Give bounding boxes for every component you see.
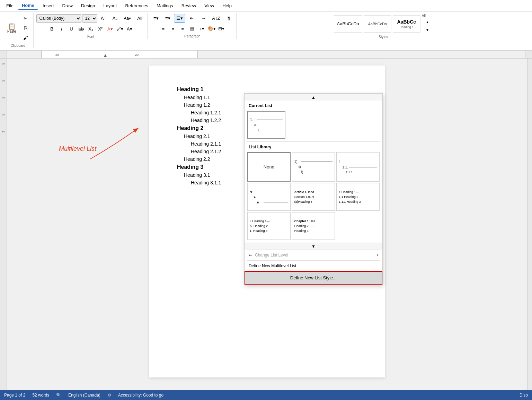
menu-mailings[interactable]: Mailings bbox=[153, 2, 177, 10]
change-case-button[interactable]: Aa▾ bbox=[122, 14, 134, 23]
underline-button[interactable]: U bbox=[67, 24, 76, 33]
dropdown-scroll-up[interactable]: ▲ bbox=[245, 94, 382, 101]
list-option-none[interactable]: None bbox=[247, 152, 291, 182]
numbering-button[interactable]: ≡▾ bbox=[162, 14, 173, 23]
word-count: 52 words bbox=[32, 393, 49, 398]
display-text: Disp bbox=[520, 393, 528, 398]
list-option-chapter[interactable]: Chapter 1 Hea Heading 2—— Heading 3—— bbox=[292, 212, 335, 240]
bold-button[interactable]: B bbox=[47, 24, 56, 33]
current-list-line-1: 1. bbox=[250, 118, 283, 122]
paste-icon: 📋 bbox=[8, 23, 16, 29]
track-changes-icon: 🔍 bbox=[56, 393, 61, 398]
align-right-button[interactable]: ≡ bbox=[178, 24, 187, 33]
strikethrough-button[interactable]: ab̶ bbox=[77, 24, 86, 33]
font-family-select[interactable]: Calibri (Body) bbox=[36, 14, 81, 23]
list-option-roman-heading[interactable]: I. Heading 1— A. Heading 2- 1. Heading 3… bbox=[247, 212, 291, 240]
shading-button[interactable]: 🎨▾ bbox=[207, 24, 216, 33]
menu-references[interactable]: References bbox=[122, 2, 151, 10]
vertical-scrollbar[interactable] bbox=[527, 59, 532, 398]
bullets-button[interactable]: ≡▾ bbox=[150, 14, 161, 23]
change-list-level-item[interactable]: ⇤ Change List Level › bbox=[245, 250, 382, 260]
status-bar: Page 1 of 2 52 words 🔍 English (Canada) … bbox=[0, 390, 532, 400]
menu-layout[interactable]: Layout bbox=[100, 2, 120, 10]
highlight-button[interactable]: 🖊▾ bbox=[115, 24, 124, 33]
increase-font-button[interactable]: A↑ bbox=[98, 14, 109, 23]
superscript-button[interactable]: X² bbox=[96, 24, 105, 33]
font-color-button[interactable]: A▾ bbox=[106, 24, 115, 33]
clipboard-label: Clipboard bbox=[10, 42, 25, 47]
menu-bar: File Home Insert Draw Design Layout Refe… bbox=[0, 0, 532, 12]
list-option-bullet[interactable]: ❖ ➤ ■ bbox=[247, 183, 291, 211]
dropdown-scroll-down[interactable]: ▼ bbox=[245, 243, 382, 250]
svg-text:·: · bbox=[111, 53, 112, 56]
define-new-style-item[interactable]: Define New List Style... bbox=[245, 271, 382, 285]
justify-button[interactable]: ▤ bbox=[188, 24, 197, 33]
borders-button[interactable]: ⊞▾ bbox=[217, 24, 226, 33]
ruler-side-right bbox=[525, 51, 532, 58]
ribbon: 📋 Paste ✂ ⎘ 🖌 Clipboard Calibri (Body) 1… bbox=[0, 12, 532, 51]
styles-scroll-up[interactable]: ▲ bbox=[422, 18, 433, 26]
clear-format-button[interactable]: A⃝ bbox=[134, 14, 145, 23]
subscript-button[interactable]: X₂ bbox=[86, 24, 95, 33]
font-size-select[interactable]: 12 bbox=[82, 14, 97, 23]
menu-help[interactable]: Help bbox=[219, 2, 235, 10]
align-left-button[interactable]: ≡ bbox=[159, 24, 168, 33]
menu-draw[interactable]: Draw bbox=[59, 2, 76, 10]
language-text: English (Canada) bbox=[68, 393, 100, 398]
italic-button[interactable]: I bbox=[57, 24, 66, 33]
accessibility-text: Accessibility: Good to go bbox=[118, 393, 163, 398]
paragraph-group: ≡▾ ≡▾ ☰▾ ⇤ ⇥ A↕Z ¶ ≡ ≡ ≡ ▤ ↕▾ 🎨▾ ⊞▾ Para… bbox=[148, 13, 237, 39]
style-normal[interactable]: AaBbCcDo bbox=[334, 15, 362, 33]
format-painter-button[interactable]: 🖌 bbox=[20, 33, 31, 42]
sort-button[interactable]: A↕Z bbox=[210, 14, 222, 23]
styles-group: AaBbCcDo AaBbCcDo AaBbCc Heading 1 All ▲… bbox=[237, 13, 529, 40]
annotation-text: Multilevel List bbox=[59, 145, 96, 152]
vertical-ruler: 20 20 40 60 80 bbox=[0, 59, 7, 398]
increase-indent-button[interactable]: ⇥ bbox=[198, 14, 209, 23]
ribbon-container: File Home Insert Draw Design Layout Refe… bbox=[0, 0, 532, 59]
language-info: English (Canada) bbox=[68, 393, 100, 398]
menu-file[interactable]: File bbox=[3, 2, 17, 10]
clipboard-group: 📋 Paste ✂ ⎘ 🖌 Clipboard bbox=[3, 13, 34, 48]
document-area: Multilevel List Heading 1 Heading 1.1 He… bbox=[7, 59, 527, 398]
show-formatting-button[interactable]: ¶ bbox=[223, 14, 234, 23]
paste-button[interactable]: 📋 Paste bbox=[5, 19, 19, 37]
current-list-option[interactable]: 1. a. i. bbox=[247, 111, 285, 139]
font-group: Calibri (Body) 12 A↑ A↓ Aa▾ A⃝ B I U ab̶… bbox=[34, 13, 148, 39]
cut-button[interactable]: ✂ bbox=[20, 14, 31, 23]
styles-scroll-down[interactable]: ▼ bbox=[422, 26, 433, 34]
line-spacing-button[interactable]: ↕▾ bbox=[197, 24, 206, 33]
menu-review[interactable]: Review bbox=[178, 2, 200, 10]
main-area: 20 20 40 60 80 Multilevel List Heading bbox=[0, 59, 532, 398]
list-option-alpha[interactable]: 1) a) i) bbox=[292, 152, 335, 182]
menu-home[interactable]: Home bbox=[18, 1, 38, 10]
annotation: Multilevel List bbox=[59, 145, 96, 153]
define-multilevel-item[interactable]: Define New Multilevel List... bbox=[245, 261, 382, 271]
list-library-title: List Library bbox=[245, 142, 382, 151]
menu-insert[interactable]: Insert bbox=[39, 2, 57, 10]
current-list-title: Current List bbox=[245, 101, 382, 110]
copy-button[interactable]: ⎘ bbox=[20, 24, 31, 33]
text-color-button[interactable]: A▾ bbox=[125, 24, 134, 33]
list-library-grid: None 1) a) i) 1. 1.1. 1.1.1. ❖ ➤ bbox=[245, 151, 382, 243]
list-option-article[interactable]: Article I.Head Section 1.01H (a)Heading … bbox=[292, 183, 335, 211]
decrease-indent-button[interactable]: ⇤ bbox=[186, 14, 197, 23]
decrease-font-button[interactable]: A↓ bbox=[110, 14, 121, 23]
style-heading1[interactable]: AaBbCc Heading 1 bbox=[393, 15, 420, 33]
ruler: 20 · 20 bbox=[0, 51, 532, 58]
page-info: Page 1 of 2 bbox=[4, 393, 25, 398]
menu-design[interactable]: Design bbox=[78, 2, 98, 10]
ruler-side-left bbox=[0, 51, 7, 58]
svg-text:20: 20 bbox=[55, 53, 59, 56]
page-info-text: Page 1 of 2 bbox=[4, 393, 25, 398]
multilevel-list-button[interactable]: ☰▾ bbox=[174, 14, 185, 23]
list-option-numeric[interactable]: 1. 1.1. 1.1.1. bbox=[336, 152, 380, 182]
style-no-spacing[interactable]: AaBbCcDo bbox=[364, 15, 391, 33]
list-option-heading-num[interactable]: 1 Heading 1— 1.1 Heading 2- 1.1.1 Headin… bbox=[336, 183, 380, 211]
heading-1: Heading 1 bbox=[177, 86, 357, 93]
svg-rect-1 bbox=[42, 51, 197, 58]
menu-view[interactable]: View bbox=[201, 2, 218, 10]
align-center-button[interactable]: ≡ bbox=[168, 24, 177, 33]
ruler-main: 20 · 20 bbox=[7, 51, 525, 58]
change-list-level-icon: ⇤ bbox=[249, 253, 252, 258]
